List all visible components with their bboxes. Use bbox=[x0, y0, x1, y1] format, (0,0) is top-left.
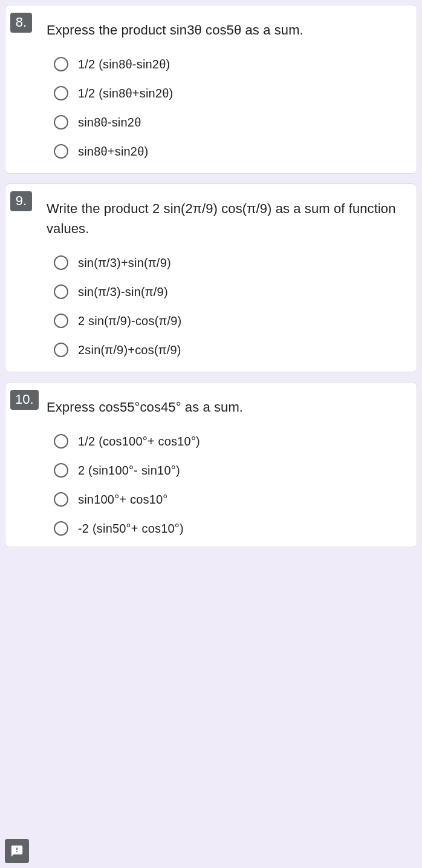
question-card-10: 10. Express cos55°cos45° as a sum. 1/2 (… bbox=[5, 382, 417, 547]
radio-icon bbox=[54, 86, 68, 100]
radio-option[interactable]: 2sin(π/9)+cos(π/9) bbox=[54, 343, 402, 357]
question-card-8: 8. Express the product sin3θ cos5θ as a … bbox=[5, 5, 417, 174]
radio-icon bbox=[54, 314, 68, 328]
radio-icon bbox=[54, 144, 68, 159]
option-label: sin100°+ cos10° bbox=[78, 493, 168, 507]
radio-icon bbox=[54, 115, 68, 130]
radio-option[interactable]: sin(π/3)+sin(π/9) bbox=[54, 255, 402, 270]
radio-icon bbox=[54, 57, 68, 71]
radio-icon bbox=[54, 343, 68, 357]
radio-option[interactable]: 2 sin(π/9)-cos(π/9) bbox=[54, 314, 402, 328]
radio-icon bbox=[54, 434, 68, 449]
option-label: 1/2 (sin8θ+sin2θ) bbox=[78, 87, 173, 100]
radio-icon bbox=[54, 521, 68, 536]
radio-option[interactable]: -2 (sin50°+ cos10°) bbox=[54, 521, 402, 536]
option-label: sin8θ+sin2θ) bbox=[78, 145, 148, 159]
question-number-badge: 10. bbox=[10, 390, 39, 410]
question-number-badge: 8. bbox=[10, 13, 32, 33]
radio-option[interactable]: sin8θ+sin2θ) bbox=[54, 144, 402, 159]
radio-icon bbox=[54, 284, 68, 299]
radio-icon bbox=[54, 463, 68, 478]
option-label: 2 sin(π/9)-cos(π/9) bbox=[78, 314, 181, 328]
radio-icon bbox=[54, 255, 68, 270]
question-card-9: 9. Write the product 2 sin(2π/9) cos(π/9… bbox=[5, 183, 417, 372]
option-label: sin8θ-sin2θ bbox=[78, 116, 141, 130]
radio-icon bbox=[54, 492, 68, 507]
radio-option[interactable]: 1/2 (cos100°+ cos10°) bbox=[54, 434, 402, 449]
question-text: Express cos55°cos45° as a sum. bbox=[47, 397, 402, 417]
option-label: 1/2 (cos100°+ cos10°) bbox=[78, 435, 200, 449]
option-label: -2 (sin50°+ cos10°) bbox=[78, 522, 184, 536]
option-label: 2sin(π/9)+cos(π/9) bbox=[78, 343, 181, 357]
options-group: 1/2 (cos100°+ cos10°) 2 (sin100°- sin10°… bbox=[54, 434, 402, 536]
question-text: Write the product 2 sin(2π/9) cos(π/9) a… bbox=[47, 199, 402, 238]
options-group: sin(π/3)+sin(π/9) sin(π/3)-sin(π/9) 2 si… bbox=[54, 255, 402, 357]
radio-option[interactable]: sin8θ-sin2θ bbox=[54, 115, 402, 130]
options-group: 1/2 (sin8θ-sin2θ) 1/2 (sin8θ+sin2θ) sin8… bbox=[54, 57, 402, 159]
radio-option[interactable]: sin100°+ cos10° bbox=[54, 492, 402, 507]
radio-option[interactable]: sin(π/3)-sin(π/9) bbox=[54, 284, 402, 299]
question-number-badge: 9. bbox=[10, 191, 32, 211]
radio-option[interactable]: 1/2 (sin8θ+sin2θ) bbox=[54, 86, 402, 100]
question-text: Express the product sin3θ cos5θ as a sum… bbox=[47, 20, 402, 40]
option-label: sin(π/3)-sin(π/9) bbox=[78, 285, 168, 299]
radio-option[interactable]: 2 (sin100°- sin10°) bbox=[54, 463, 402, 478]
option-label: 1/2 (sin8θ-sin2θ) bbox=[78, 58, 170, 71]
radio-option[interactable]: 1/2 (sin8θ-sin2θ) bbox=[54, 57, 402, 71]
option-label: sin(π/3)+sin(π/9) bbox=[78, 256, 171, 270]
option-label: 2 (sin100°- sin10°) bbox=[78, 464, 180, 478]
